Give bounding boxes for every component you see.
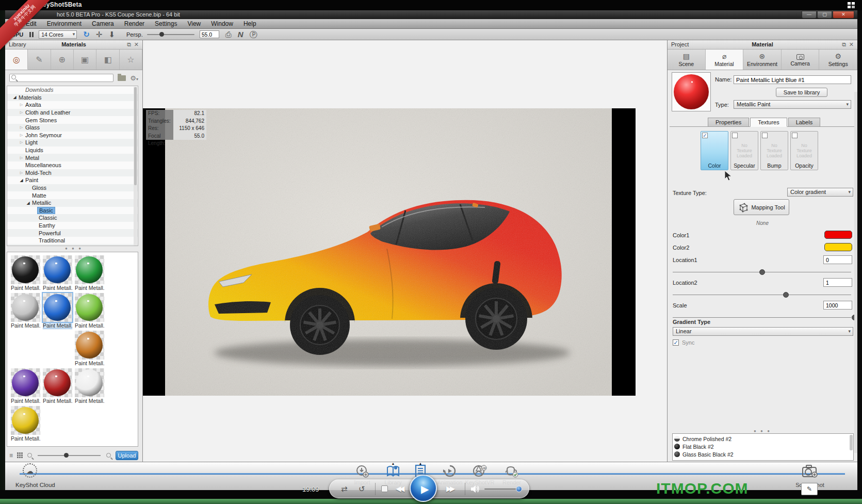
tab-environment[interactable]: ⊛Environment xyxy=(743,50,782,70)
volume-slider[interactable] xyxy=(484,489,518,490)
material-thumbnail[interactable]: Paint Metall... xyxy=(11,293,40,329)
tree-item-metal[interactable]: ▷Metal xyxy=(7,154,138,161)
tree-item-cloth-and-leather[interactable]: ▷Cloth and Leather xyxy=(7,109,138,117)
tree-collapsed-icon[interactable]: ▷ xyxy=(19,125,24,129)
subtab-labels[interactable]: Labels xyxy=(788,118,820,127)
backplates-tab[interactable]: ▣ xyxy=(74,50,96,70)
folder-icon[interactable] xyxy=(118,75,126,81)
menu-environment[interactable]: Environment xyxy=(42,20,87,27)
subtab-properties[interactable]: Properties xyxy=(708,118,749,127)
fit-view-icon[interactable]: ✛ xyxy=(96,30,103,38)
tree-collapsed-icon[interactable]: ▷ xyxy=(19,140,24,144)
tree-expanded-icon[interactable]: ◢ xyxy=(19,178,24,183)
realtime-viewport[interactable]: FPS:82.1Triangles:844,762Res:1150 x 646F… xyxy=(143,40,667,462)
grid-view-icon[interactable] xyxy=(17,452,23,458)
menu-settings[interactable]: Settings xyxy=(150,20,182,27)
tab-camera[interactable]: Camera xyxy=(782,50,820,70)
tree-collapsed-icon[interactable]: ▷ xyxy=(19,171,24,175)
texture-checkbox[interactable] xyxy=(762,133,768,138)
close-button[interactable]: ✕ xyxy=(833,11,854,19)
material-thumbnail[interactable]: Paint Metall... xyxy=(75,331,104,366)
panel-scrollbar[interactable] xyxy=(854,92,857,453)
color-swatch[interactable] xyxy=(824,243,852,251)
material-thumbnail[interactable]: Paint Metall... xyxy=(11,406,40,442)
tree-expanded-icon[interactable]: ◢ xyxy=(26,201,30,205)
upload-button[interactable]: Upload xyxy=(116,451,138,460)
annotation-tool-icon[interactable]: ✎ xyxy=(801,483,818,495)
tree-expanded-icon[interactable]: ◢ xyxy=(12,95,17,100)
sync-checkbox[interactable]: ✓ xyxy=(673,339,679,346)
video-menu-icon[interactable] xyxy=(848,2,855,8)
tree-item-gem-stones[interactable]: Gem Stones xyxy=(7,116,138,124)
gradient-type-dropdown[interactable]: Linear xyxy=(673,327,853,336)
scene-material-row[interactable]: Glass Basic Black #2 xyxy=(674,450,853,458)
tree-item-john-seymour[interactable]: ▷John Seymour xyxy=(7,132,138,139)
render-region-icon[interactable]: ⎙ xyxy=(225,30,232,38)
tree-scrollbar[interactable] xyxy=(134,87,137,246)
zoom-out-icon[interactable] xyxy=(27,453,32,458)
minimize-button[interactable]: — xyxy=(802,11,817,19)
material-thumbnail[interactable]: Paint Metall... xyxy=(11,255,40,291)
material-preview[interactable] xyxy=(672,72,711,111)
menu-render[interactable]: Render xyxy=(119,20,150,27)
nurbs-icon[interactable]: N xyxy=(238,30,243,38)
menu-view[interactable]: View xyxy=(182,20,206,27)
param-slider[interactable] xyxy=(673,290,853,300)
colors-tab[interactable]: ✎ xyxy=(28,50,51,70)
material-name-input[interactable] xyxy=(734,75,851,84)
tree-item-glass[interactable]: ▷Glass xyxy=(7,124,138,132)
mapping-tool-button[interactable]: Mapping Tool xyxy=(734,199,789,215)
cores-dropdown[interactable]: 14 Cores xyxy=(39,30,77,39)
search-input[interactable] xyxy=(9,74,113,82)
shuffle-icon[interactable]: ⇄ xyxy=(341,484,348,494)
param-slider[interactable] xyxy=(673,267,853,278)
thumbnail-size-slider[interactable] xyxy=(38,455,101,456)
material-thumbnail[interactable]: Paint Metall... xyxy=(43,368,72,404)
texture-slot-opacity[interactable]: NoTextureLoadedOpacity xyxy=(790,131,818,170)
material-thumbnail[interactable]: Paint Metall... xyxy=(75,293,104,329)
panel-splitter[interactable]: ● ● ● xyxy=(5,247,142,250)
materials-tab[interactable]: ◎ xyxy=(5,50,28,70)
tree-item-matte[interactable]: Matte xyxy=(7,191,138,199)
tree-item-traditional[interactable]: Traditional xyxy=(7,237,138,245)
tree-item-mold-tech[interactable]: ▷Mold-Tech xyxy=(7,169,138,177)
stop-button[interactable] xyxy=(381,485,388,492)
tab-settings[interactable]: ⚙Settings xyxy=(819,50,857,70)
scene-material-row[interactable]: Chrome Polished #2 xyxy=(674,435,853,443)
tree-item-downloads[interactable]: Downloads xyxy=(7,86,138,94)
scene-material-row[interactable]: Flat Black #2 xyxy=(674,443,853,450)
tree-item-liquids[interactable]: Liquids xyxy=(7,147,138,154)
tree-collapsed-icon[interactable]: ▷ xyxy=(19,103,24,107)
material-type-dropdown[interactable]: Metallic Paint xyxy=(734,100,851,109)
panel-splitter[interactable]: ● ● ● xyxy=(668,430,857,433)
list-scrollbar[interactable] xyxy=(850,435,853,450)
tree-item-powerful[interactable]: Powerful xyxy=(7,229,138,237)
performance-mode-icon[interactable]: Ⓟ xyxy=(250,30,257,38)
favorites-tab[interactable]: ☆ xyxy=(120,50,142,70)
list-view-icon[interactable]: ≡ xyxy=(9,452,12,459)
texture-slot-bump[interactable]: NoTextureLoadedBump xyxy=(760,131,788,170)
tree-collapsed-icon[interactable]: ▷ xyxy=(19,156,24,160)
menu-window[interactable]: Window xyxy=(206,20,238,27)
tree-item-metallic[interactable]: ◢Metallic xyxy=(7,199,138,207)
play-button[interactable]: ▶ xyxy=(410,475,437,502)
volume-icon[interactable] xyxy=(470,484,480,494)
volume-thumb[interactable] xyxy=(516,486,522,492)
download-icon[interactable]: ⬇ xyxy=(108,30,115,38)
undock-icon[interactable]: ⧉ xyxy=(127,41,131,48)
menu-camera[interactable]: Camera xyxy=(87,20,119,27)
tree-item-axalta[interactable]: ▷Axalta xyxy=(7,101,138,109)
environments-tab[interactable]: ⊕ xyxy=(51,50,74,70)
keyshot-cloud-icon[interactable]: ☁ xyxy=(23,463,37,478)
material-thumbnail[interactable]: Paint Metall... xyxy=(75,255,104,291)
material-thumbnail[interactable]: Paint Metall... xyxy=(11,368,40,404)
pause-icon[interactable] xyxy=(29,32,34,37)
param-value-input[interactable] xyxy=(823,301,852,310)
save-to-library-button[interactable]: Save to library xyxy=(776,88,827,97)
material-thumbnail[interactable]: Paint Metall... xyxy=(75,368,104,404)
tree-item-materials[interactable]: ◢Materials xyxy=(7,94,138,102)
material-thumbnail[interactable]: Paint Metall... xyxy=(43,255,72,291)
tree-item-miscellaneous[interactable]: Miscellaneous xyxy=(7,161,138,169)
slider-thumb[interactable] xyxy=(783,292,789,298)
undock-icon[interactable]: ⧉ xyxy=(842,41,846,48)
